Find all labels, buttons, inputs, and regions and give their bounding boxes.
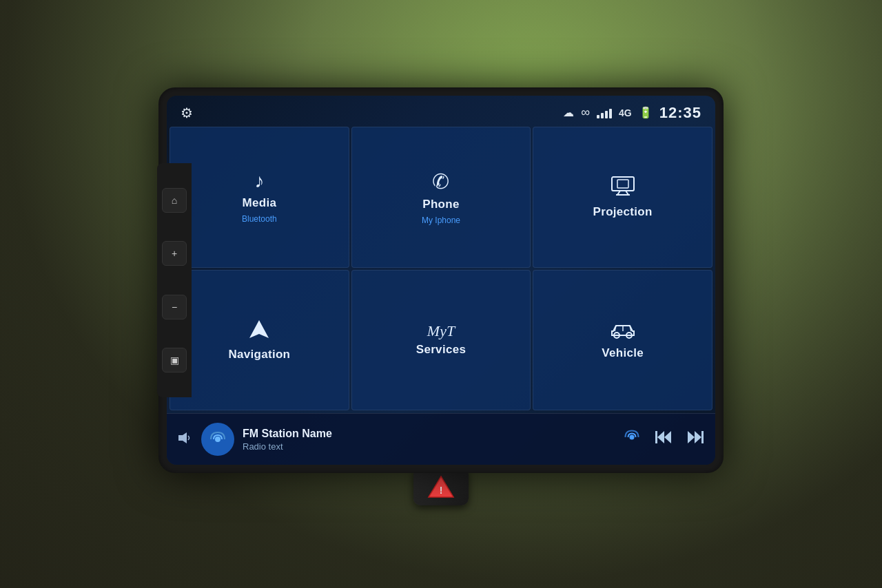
vehicle-icon bbox=[609, 320, 637, 342]
projection-label: Projection bbox=[593, 205, 653, 219]
prev-track-button[interactable] bbox=[655, 430, 673, 449]
services-label: Services bbox=[416, 343, 466, 357]
projection-tile[interactable]: Projection bbox=[533, 127, 712, 268]
media-info: FM Station Name Radio text bbox=[243, 428, 615, 452]
svg-rect-1 bbox=[617, 180, 628, 188]
myt-services-icon: MyT bbox=[427, 324, 455, 339]
svg-marker-17 bbox=[695, 431, 701, 443]
network-badge: 4G bbox=[619, 107, 632, 118]
main-screen: ⚙ ☁ ∞ 4G 🔋 bbox=[167, 96, 715, 465]
svg-text:!: ! bbox=[440, 485, 443, 496]
svg-marker-5 bbox=[249, 320, 269, 338]
phone-label: Phone bbox=[422, 198, 459, 211]
connected-icon: ∞ bbox=[581, 105, 590, 120]
svg-marker-15 bbox=[664, 431, 671, 443]
screen-icon: ▣ bbox=[170, 355, 179, 366]
media-sublabel: Bluetooth bbox=[242, 214, 277, 224]
side-controls: ⌂ + − ▣ bbox=[157, 163, 192, 397]
clock-display: 12:35 bbox=[659, 104, 701, 122]
svg-point-13 bbox=[630, 435, 635, 440]
vehicle-tile[interactable]: Vehicle bbox=[533, 270, 712, 411]
navigation-tile[interactable]: Navigation bbox=[170, 270, 349, 411]
projection-icon bbox=[611, 176, 635, 201]
car-dashboard: ⌂ + − ▣ ⚙ ☁ ∞ bbox=[0, 0, 882, 588]
phone-icon: ✆ bbox=[432, 169, 449, 193]
vehicle-label: Vehicle bbox=[602, 346, 644, 360]
next-track-button[interactable] bbox=[686, 430, 704, 449]
minus-icon: − bbox=[172, 302, 177, 313]
below-screen-controls: ! bbox=[413, 468, 469, 505]
volume-icon[interactable] bbox=[178, 432, 193, 448]
app-grid: ♪ Media Bluetooth ✆ Phone My Iphone bbox=[167, 127, 715, 413]
volume-down-button[interactable]: − bbox=[162, 295, 187, 319]
home-button[interactable]: ⌂ bbox=[162, 188, 187, 213]
svg-marker-18 bbox=[688, 431, 695, 443]
svg-marker-11 bbox=[178, 432, 187, 443]
navigation-icon bbox=[248, 319, 270, 344]
radio-station-icon[interactable] bbox=[201, 423, 234, 456]
settings-icon[interactable]: ⚙ bbox=[181, 105, 193, 121]
phone-tile[interactable]: ✆ Phone My Iphone bbox=[351, 127, 531, 268]
radio-active-icon[interactable] bbox=[623, 428, 641, 450]
station-name: FM Station Name bbox=[243, 428, 615, 440]
status-right: ☁ ∞ 4G 🔋 12:35 bbox=[563, 104, 701, 122]
navigation-label: Navigation bbox=[228, 348, 290, 361]
media-controls bbox=[623, 428, 704, 450]
radio-text: Radio text bbox=[243, 441, 615, 452]
media-tile[interactable]: ♪ Media Bluetooth bbox=[170, 127, 349, 268]
media-icon: ♪ bbox=[254, 170, 264, 192]
svg-rect-19 bbox=[701, 431, 704, 443]
media-label: Media bbox=[242, 196, 276, 210]
signal-icon bbox=[597, 107, 612, 118]
screen-bezel: ⌂ + − ▣ ⚙ ☁ ∞ bbox=[158, 87, 724, 473]
volume-up-button[interactable]: + bbox=[162, 241, 187, 266]
battery-icon: 🔋 bbox=[639, 106, 653, 119]
svg-rect-0 bbox=[612, 177, 634, 191]
hazard-button[interactable]: ! bbox=[413, 468, 469, 505]
phone-sublabel: My Iphone bbox=[422, 216, 460, 225]
plus-icon: + bbox=[172, 248, 177, 259]
svg-rect-16 bbox=[655, 431, 657, 443]
services-tile[interactable]: MyT Services bbox=[351, 270, 531, 411]
svg-point-12 bbox=[215, 437, 220, 442]
cloud-icon: ☁ bbox=[563, 106, 574, 119]
status-left: ⚙ bbox=[181, 105, 193, 121]
screen-button[interactable]: ▣ bbox=[162, 348, 187, 372]
svg-marker-14 bbox=[657, 431, 664, 443]
home-icon: ⌂ bbox=[172, 195, 177, 206]
media-bar: FM Station Name Radio text bbox=[167, 413, 715, 465]
status-bar: ⚙ ☁ ∞ 4G 🔋 bbox=[167, 96, 715, 127]
